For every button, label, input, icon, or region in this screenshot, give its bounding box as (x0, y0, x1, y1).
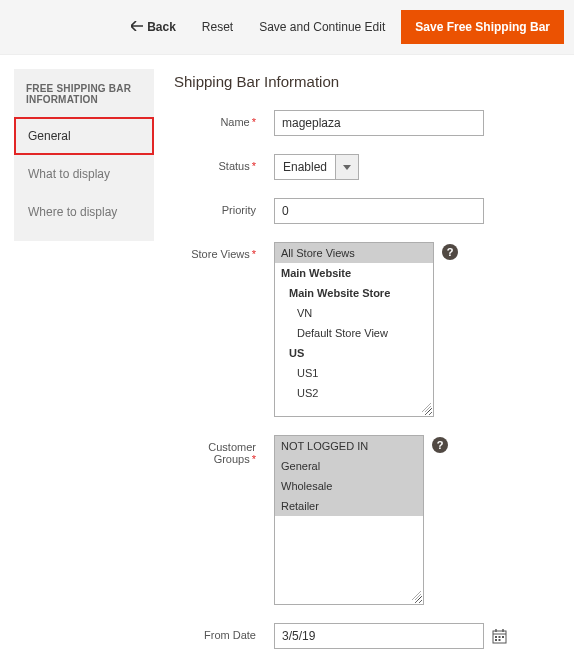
svg-rect-8 (499, 639, 501, 641)
field-customer-groups: Customer Groups* NOT LOGGED IN General W… (174, 435, 560, 605)
save-button[interactable]: Save Free Shipping Bar (401, 10, 564, 44)
required-asterisk: * (252, 248, 256, 260)
sidebar: FREE SHIPPING BAR INFORMATION General Wh… (14, 69, 154, 241)
calendar-icon[interactable] (492, 629, 507, 644)
store-views-label: Store Views* (174, 242, 274, 260)
store-view-option-us[interactable]: US (275, 343, 433, 363)
store-views-multiselect[interactable]: All Store Views Main Website Main Websit… (274, 242, 434, 417)
reset-button[interactable]: Reset (192, 12, 243, 42)
svg-rect-6 (502, 636, 504, 638)
customer-group-option-wholesale[interactable]: Wholesale (275, 476, 423, 496)
customer-group-option-retailer[interactable]: Retailer (275, 496, 423, 516)
store-view-option-all[interactable]: All Store Views (275, 243, 433, 263)
name-label: Name* (174, 110, 274, 128)
back-button[interactable]: Back (121, 12, 186, 42)
name-input[interactable] (274, 110, 484, 136)
from-date-label: From Date (174, 623, 274, 641)
main-panel: Shipping Bar Information Name* Status* E… (174, 69, 560, 664)
customer-group-option-not-logged-in[interactable]: NOT LOGGED IN (275, 436, 423, 456)
field-priority: Priority (174, 198, 560, 224)
store-view-option-default[interactable]: Default Store View (275, 323, 433, 343)
svg-rect-4 (495, 636, 497, 638)
required-asterisk: * (252, 160, 256, 172)
field-from-date: From Date (174, 623, 560, 649)
store-view-option-main-website-store[interactable]: Main Website Store (275, 283, 433, 303)
field-status: Status* Enabled (174, 154, 560, 180)
store-view-option-us2[interactable]: US2 (275, 383, 433, 403)
content-container: FREE SHIPPING BAR INFORMATION General Wh… (0, 55, 574, 664)
store-view-option-main-website[interactable]: Main Website (275, 263, 433, 283)
back-label: Back (147, 20, 176, 34)
required-asterisk: * (252, 116, 256, 128)
field-name: Name* (174, 110, 560, 136)
svg-rect-7 (495, 639, 497, 641)
customer-group-option-general[interactable]: General (275, 456, 423, 476)
resize-handle-icon[interactable] (422, 403, 432, 415)
svg-rect-5 (499, 636, 501, 638)
status-select[interactable]: Enabled (274, 154, 359, 180)
field-store-views: Store Views* All Store Views Main Websit… (174, 242, 560, 417)
help-icon[interactable]: ? (442, 244, 458, 260)
customer-groups-label: Customer Groups* (174, 435, 274, 465)
sidebar-item-where-to-display[interactable]: Where to display (14, 193, 154, 231)
sidebar-title: FREE SHIPPING BAR INFORMATION (14, 69, 154, 117)
save-continue-button[interactable]: Save and Continue Edit (249, 12, 395, 42)
status-label: Status* (174, 154, 274, 172)
arrow-left-icon (131, 20, 143, 34)
priority-label: Priority (174, 198, 274, 216)
sidebar-item-what-to-display[interactable]: What to display (14, 155, 154, 193)
priority-input[interactable] (274, 198, 484, 224)
status-select-value: Enabled (275, 155, 336, 179)
sidebar-item-general[interactable]: General (14, 117, 154, 155)
section-title: Shipping Bar Information (174, 73, 560, 90)
required-asterisk: * (252, 453, 256, 465)
store-view-option-vn[interactable]: VN (275, 303, 433, 323)
resize-handle-icon[interactable] (412, 591, 422, 603)
help-icon[interactable]: ? (432, 437, 448, 453)
customer-groups-multiselect[interactable]: NOT LOGGED IN General Wholesale Retailer (274, 435, 424, 605)
top-action-bar: Back Reset Save and Continue Edit Save F… (0, 0, 574, 55)
chevron-down-icon (336, 155, 358, 179)
from-date-input[interactable] (274, 623, 484, 649)
store-view-option-us1[interactable]: US1 (275, 363, 433, 383)
